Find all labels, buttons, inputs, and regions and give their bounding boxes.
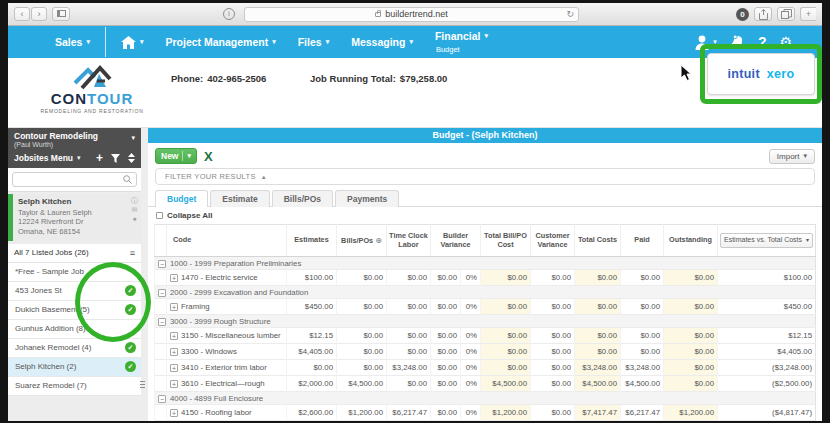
- job-list-item[interactable]: 453 Jones St ✓: [8, 282, 141, 301]
- new-button[interactable]: New ▾: [155, 148, 197, 164]
- filter-results-panel[interactable]: FILTER YOUR RESULTS ▲: [155, 168, 815, 185]
- filter-icon[interactable]: [111, 154, 120, 163]
- paid-cell: $3,248.00: [621, 360, 664, 376]
- share-button[interactable]: [754, 7, 772, 21]
- notifications-bell-icon[interactable]: [728, 33, 746, 51]
- tab-overview-button[interactable]: [777, 7, 795, 21]
- comparison-cell: ($4,817.47): [718, 405, 816, 421]
- group-label: 2000 - 2999 Excavation and Foundation: [167, 286, 816, 299]
- collapse-all-checkbox[interactable]: [156, 212, 163, 219]
- job-search: [8, 168, 141, 192]
- help-icon[interactable]: ?: [758, 34, 767, 50]
- job-list-item[interactable]: Gunhus Addition (8) ✓: [8, 320, 141, 339]
- budget-group-row: − 2000 - 2999 Excavation and Foundation: [155, 286, 816, 299]
- add-job-button[interactable]: +: [96, 153, 103, 163]
- budget-item-row[interactable]: +3410 - Exterior trim labor $0.00 $0.00 …: [155, 360, 816, 376]
- import-button[interactable]: Import ▾: [769, 149, 815, 164]
- budget-item-row[interactable]: +4250 - Masonry labor $1,000.00 $0.00 $5…: [155, 421, 816, 422]
- chevron-down-icon[interactable]: ▾: [713, 38, 717, 46]
- job-list-item[interactable]: Dukich Basement (5) ✓: [8, 301, 141, 320]
- job-list-item[interactable]: Suarez Remodel (7) ✓: [8, 377, 141, 396]
- job-list-item[interactable]: Selph Kitchen (2) ✓: [8, 358, 141, 377]
- sort-icon[interactable]: [128, 153, 135, 163]
- pane-resize-grip[interactable]: [140, 381, 145, 390]
- expand-icon[interactable]: +: [170, 348, 178, 356]
- expand-icon[interactable]: +: [170, 409, 178, 417]
- gear-icon[interactable]: ⚙: [779, 35, 792, 49]
- chevron-down-icon[interactable]: ▾: [77, 154, 81, 162]
- extension-icon[interactable]: i: [223, 8, 235, 20]
- envelope-icon[interactable]: ✉: [131, 206, 138, 213]
- new-tab-button[interactable]: +: [800, 7, 816, 21]
- collapse-icon[interactable]: −: [158, 318, 166, 326]
- tab[interactable]: Bills/POs: [272, 190, 333, 207]
- expand-icon[interactable]: +: [170, 332, 178, 340]
- all-jobs-row[interactable]: All 7 Listed Jobs (26) ≡: [8, 244, 141, 263]
- collapse-icon[interactable]: −: [158, 395, 166, 403]
- address-bar[interactable]: buildertrend.net ↻: [244, 7, 579, 22]
- browser-toolbar: ‹ › i buildertrend.net ↻ 0 +: [8, 3, 822, 26]
- col-total-billpo-cost: Total Bill/PO Cost: [481, 225, 531, 257]
- expand-icon[interactable]: +: [170, 274, 178, 282]
- chevron-down-icon: ▾: [272, 38, 276, 46]
- account-name: Contour Remodeling: [14, 132, 98, 141]
- estimates-cell: $12.15: [287, 328, 337, 344]
- estimates-cell: $2,600.00: [287, 405, 337, 421]
- total-billpo-cost-cell: $0.00: [481, 421, 531, 422]
- sidebar-toggle-button[interactable]: [52, 7, 70, 21]
- comparison-dropdown[interactable]: Estimates vs. Total Costs ▾: [720, 233, 813, 247]
- add-bill-icon[interactable]: ⊕: [375, 236, 382, 245]
- nav-files[interactable]: Files▾: [287, 36, 340, 48]
- budget-item-row[interactable]: +Framing $450.00 $0.00 $0.00 $0.00 0% $0…: [155, 299, 816, 315]
- chevron-down-icon: ▾: [409, 38, 413, 46]
- accounting-sync-icon: ✓: [125, 304, 136, 315]
- chevron-down-icon[interactable]: ▾: [131, 132, 135, 142]
- user-icon[interactable]: [695, 35, 709, 50]
- tab[interactable]: Payments: [335, 190, 399, 207]
- map-marker-icon[interactable]: ●: [131, 215, 138, 222]
- expand-icon[interactable]: +: [170, 364, 178, 372]
- nav-project-management[interactable]: Project Management▾: [154, 36, 286, 48]
- budget-item-row[interactable]: +3610 - Electrical—rough $2,000.00 $4,50…: [155, 376, 816, 392]
- contour-logo-icon: [69, 61, 115, 91]
- job-address1: 12224 Riverfront Dr: [18, 217, 92, 227]
- expand-icon[interactable]: +: [170, 380, 178, 388]
- collapse-icon[interactable]: −: [158, 260, 166, 268]
- tab[interactable]: Estimate: [210, 190, 269, 207]
- budget-item-row[interactable]: +3300 - Windows $4,405.00 $0.00 $0.00 $0…: [155, 344, 816, 360]
- downloads-badge[interactable]: 0: [736, 8, 749, 21]
- job-list-item[interactable]: Johanek Remodel (4) ✓: [8, 339, 141, 358]
- jobsites-menu-label[interactable]: Jobsites Menu: [14, 153, 73, 163]
- col-bills-pos: Bills/POs ⊕: [337, 225, 387, 257]
- nav-financial[interactable]: Financial▾ Budget: [424, 31, 499, 54]
- budget-item-row[interactable]: +4150 - Roofing labor $2,600.00 $1,200.0…: [155, 405, 816, 421]
- list-menu-icon[interactable]: ≡: [130, 248, 135, 258]
- nav-messaging[interactable]: Messaging▾: [340, 36, 424, 48]
- builder-variance-pct-cell: 0%: [461, 360, 481, 376]
- collapse-all-row[interactable]: Collapse All: [148, 207, 822, 222]
- outstanding-cell: $0.00: [664, 360, 718, 376]
- nav-home[interactable]: ▾: [110, 36, 155, 49]
- nav-divider: [105, 27, 106, 57]
- reload-icon[interactable]: ↻: [566, 8, 574, 21]
- cost-code: 3610 - Electrical—rough: [181, 379, 265, 388]
- tab[interactable]: Budget: [155, 190, 208, 207]
- tabs-icon: [781, 9, 792, 19]
- bills-pos-cell: $4,500.00: [337, 376, 387, 392]
- lock-icon: [375, 12, 381, 17]
- expand-icon[interactable]: +: [170, 303, 178, 311]
- excel-export-icon[interactable]: X: [204, 150, 213, 163]
- search-input[interactable]: [17, 175, 123, 184]
- outstanding-cell: $0.00: [664, 344, 718, 360]
- selected-job-card[interactable]: Selph Kitchen Taylor & Lauren Selph 1222…: [8, 194, 141, 241]
- back-button[interactable]: ‹: [14, 7, 30, 21]
- budget-table-wrap: Code Estimates Bills/POs ⊕ Time Clock La…: [154, 224, 816, 421]
- forward-button[interactable]: ›: [31, 7, 47, 21]
- budget-item-row[interactable]: +3150 - Miscellaneous lumber $12.15 $0.0…: [155, 328, 816, 344]
- paid-cell: $0.00: [621, 270, 664, 286]
- info-icon[interactable]: ⓘ: [131, 197, 138, 204]
- job-list-item[interactable]: *Free - Sample Job ✓: [8, 263, 141, 282]
- nav-sales[interactable]: Sales▾: [44, 36, 101, 48]
- collapse-icon[interactable]: −: [158, 289, 166, 297]
- budget-item-row[interactable]: +1470 - Electric service $100.00 $0.00 $…: [155, 270, 816, 286]
